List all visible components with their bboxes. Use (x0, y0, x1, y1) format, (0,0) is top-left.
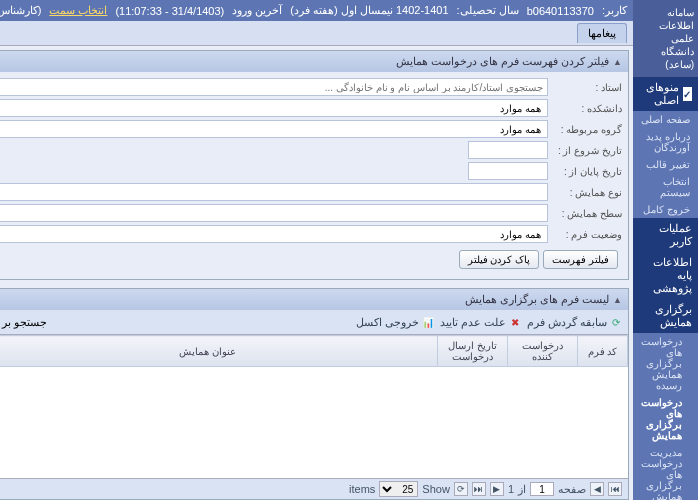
teacher-input[interactable] (0, 78, 548, 96)
sidebar-item-about[interactable]: درباره پدید آورندگان (633, 128, 698, 156)
page-size-select[interactable]: 25 50 100 (379, 481, 418, 497)
sidebar-item-home[interactable]: صفحه اصلی (633, 111, 698, 128)
col-title[interactable]: عنوان همایش (0, 336, 438, 367)
sidebar-sub-requests[interactable]: درخواست های برگزاری همایش (633, 394, 698, 444)
topbar: کاربر: b0640113370 سال تحصیلی: 1402-1401… (0, 0, 633, 21)
group-select[interactable]: همه موارد (0, 120, 548, 138)
sidebar-item-exit[interactable]: خروج کامل (633, 201, 698, 218)
excel-button[interactable]: خروجی اکسل (356, 316, 434, 329)
faculty-select[interactable]: همه موارد (0, 99, 548, 117)
year-label: سال تحصیلی: (457, 4, 519, 17)
sidebar-sub-manage[interactable]: مدیریت درخواست های برگزاری همایش (633, 444, 698, 500)
level-label: سطح همایش : (552, 208, 622, 219)
end-date-from[interactable] (468, 162, 548, 180)
start-date-from[interactable] (468, 141, 548, 159)
sidebar-item-theme[interactable]: تغییر قالب (633, 156, 698, 173)
grid-header: کد فرم درخواست کننده تاریخ ارسال درخواست… (0, 335, 628, 367)
list-panel-header[interactable]: ▲ لیست فرم های برگزاری همایش (0, 289, 628, 310)
history-button[interactable]: سابقه گردش فرم (527, 316, 622, 329)
system-title: سامانه اطلاعات علمی دانشگاه (ساعد) (633, 0, 698, 77)
pager-refresh[interactable]: ⟳ (454, 482, 468, 496)
show-label: Show (422, 483, 450, 495)
login-value: (31/4/1403 - 11:07:33) (115, 5, 224, 17)
teacher-label: استاد : (552, 82, 622, 93)
filter-title: فیلتر کردن فهرست فرم های درخواست همایش (396, 55, 609, 68)
main-menu-header[interactable]: ✓ منوهای اصلی (633, 77, 698, 111)
type-select[interactable] (0, 183, 548, 201)
pager: ⏮ ◀ صفحه از 1 ▶ ⏭ ⟳ Show 25 50 100 items… (0, 478, 628, 499)
group-label: گروه مربوطه : (552, 124, 622, 135)
year-value: 1402-1401 نیمسال اول (هفته فرد) (290, 4, 448, 17)
page-input[interactable] (530, 482, 554, 496)
list-panel: ▲ لیست فرم های برگزاری همایش سابقه گردش … (0, 288, 629, 500)
refresh-icon (610, 316, 622, 328)
sidebar-sub-received[interactable]: درخواست های برگزاری همایش رسیده (633, 333, 698, 394)
start-label: تاریخ شروع از : (552, 145, 622, 156)
end-label: تاریخ پایان از : (552, 166, 622, 177)
main-area: کاربر: b0640113370 سال تحصیلی: 1402-1401… (0, 0, 633, 500)
cancel-icon (509, 316, 521, 328)
page-label: صفحه (558, 483, 586, 496)
section-user-ops[interactable]: عملیات کاربر (633, 218, 698, 252)
pager-last[interactable]: ⏭ (472, 482, 486, 496)
page-of: از (518, 483, 526, 496)
pager-prev[interactable]: ◀ (590, 482, 604, 496)
pager-next[interactable]: ▶ (490, 482, 504, 496)
tab-messages[interactable]: پیغامها (577, 23, 627, 43)
type-label: نوع همایش : (552, 187, 622, 198)
main-menu-label: منوهای اصلی (639, 81, 679, 107)
grid-body (0, 367, 628, 478)
tabs: پیغامها (0, 21, 633, 46)
role-link[interactable]: انتخاب سمت (49, 4, 107, 17)
login-label: آخرین ورود (232, 4, 282, 17)
status-select[interactable]: همه موارد (0, 225, 548, 243)
status-label: وضعیت فرم : (552, 229, 622, 240)
items-label: items (349, 483, 375, 495)
search-label: جستجو بر اساس (0, 316, 47, 329)
pager-first[interactable]: ⏮ (608, 482, 622, 496)
list-toolbar: سابقه گردش فرم علت عدم تایید خروجی اکسل … (0, 310, 628, 335)
sidebar: سامانه اطلاعات علمی دانشگاه (ساعد) ✓ منو… (633, 0, 698, 500)
filter-panel: ▲ فیلتر کردن فهرست فرم های درخواست همایش… (0, 50, 629, 280)
sidebar-item-system[interactable]: انتخاب سیستم (633, 173, 698, 201)
clear-filter-button[interactable]: پاک کردن فیلتر (459, 250, 540, 269)
list-title: لیست فرم های برگزاری همایش (465, 293, 609, 306)
user-id: b0640113370 (527, 5, 594, 17)
section-research[interactable]: اطلاعات پایه پژوهشی (633, 252, 698, 299)
user-label: کاربر: (602, 4, 627, 17)
reason-button[interactable]: علت عدم تایید (440, 316, 521, 329)
excel-icon (422, 316, 434, 328)
role-value: (کارشناس پژوهشی دانشگاه-همه دانشکده ها -… (0, 4, 41, 17)
faculty-label: دانشکده : (552, 103, 622, 114)
section-conference[interactable]: برگزاری همایش (633, 299, 698, 333)
collapse-icon-2: ▲ (613, 295, 622, 305)
col-senddate[interactable]: تاریخ ارسال درخواست (438, 336, 508, 367)
level-select[interactable] (0, 204, 548, 222)
filter-panel-header[interactable]: ▲ فیلتر کردن فهرست فرم های درخواست همایش (0, 51, 628, 72)
collapse-icon: ▲ (613, 57, 622, 67)
col-requester[interactable]: درخواست کننده (508, 336, 578, 367)
col-code[interactable]: کد فرم (578, 336, 628, 367)
filter-button[interactable]: فیلتر فهرست (543, 250, 618, 269)
check-icon: ✓ (683, 87, 692, 101)
page-total: 1 (508, 483, 514, 495)
